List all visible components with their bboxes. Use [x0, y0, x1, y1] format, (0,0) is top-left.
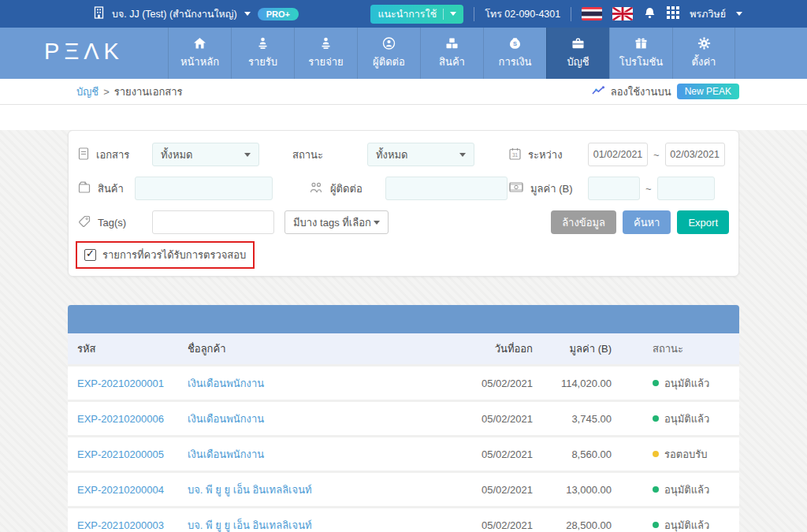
status-text: อนุมัติแล้ว — [664, 482, 709, 498]
date-from-input[interactable] — [588, 143, 648, 166]
banknote-icon — [509, 182, 523, 195]
review-checkbox[interactable] — [84, 249, 96, 261]
nav-tab-accounting[interactable]: บัญชี — [546, 28, 609, 79]
income-icon — [255, 36, 270, 50]
status-text: อนุมัติแล้ว — [664, 517, 709, 532]
contact-input[interactable] — [385, 177, 508, 200]
document-select[interactable]: ทั้งหมด — [152, 143, 259, 166]
guide-button[interactable]: แนะนำการใช้ — [370, 5, 463, 24]
new-peak-badge[interactable]: New PEAK — [677, 84, 739, 99]
filter-row-2: สินค้า ผู้ติดต่อ มูลค่า (B) ~ — [78, 177, 729, 200]
uk-flag-icon[interactable] — [612, 7, 633, 20]
page-title: รายงานเอกสาร — [114, 86, 183, 98]
thai-flag-icon[interactable] — [582, 7, 602, 20]
document-code-link[interactable]: EXP-20210200001 — [77, 378, 164, 389]
peak-logo[interactable]: PΞΛK — [0, 28, 168, 79]
gift-icon — [634, 36, 649, 50]
building-icon — [93, 6, 105, 21]
user-chevron-down-icon[interactable] — [736, 12, 742, 16]
chevron-down-icon — [459, 153, 466, 157]
customer-link[interactable]: เงินเดือนพนักงาน — [188, 378, 264, 389]
contact-filter-label: ผู้ติดต่อ — [330, 180, 363, 197]
chevron-down-icon — [374, 221, 380, 225]
issue-date: 05/02/2021 — [411, 519, 533, 531]
nav-tab-products[interactable]: สินค้า — [420, 28, 483, 79]
main-nav: PΞΛK หน้าหลัก รายรับ รายจ่าย ผู้ติดต่อ ส… — [0, 28, 807, 79]
filter-panel: เอกสาร ทั้งหมด สถานะ ทั้งหมด 31 ระหว่าง — [68, 130, 739, 277]
nav-tab-promotion[interactable]: โปรโมชัน — [609, 28, 672, 79]
col-header-customer: ชื่อลูกค้า — [188, 340, 411, 357]
product-filter-label: สินค้า — [98, 180, 124, 197]
company-chevron-down-icon[interactable] — [244, 12, 251, 16]
table-header-row: รหัส ชื่อลูกค้า วันที่ออก มูลค่า (B) สถา… — [68, 333, 739, 364]
table-row: EXP-20210200004 บจ. พี ยู ยู เอ็น อินเทล… — [68, 471, 739, 506]
apps-grid-icon[interactable] — [667, 6, 679, 21]
document-icon — [78, 147, 89, 162]
divider — [474, 7, 474, 21]
company-name[interactable]: บจ. JJ (Test) (สำนักงานใหญ่) — [112, 6, 237, 22]
contacts-icon — [381, 36, 396, 50]
document-code-link[interactable]: EXP-20210200005 — [77, 448, 164, 460]
search-button[interactable]: ค้นหา — [623, 210, 671, 234]
breadcrumb: บัญชี>รายงานเอกสาร — [76, 84, 183, 100]
accounting-icon — [571, 36, 586, 50]
document-code-link[interactable]: EXP-20210200004 — [77, 484, 164, 496]
table-row: EXP-20210200006 เงินเดือนพนักงาน 05/02/2… — [68, 400, 739, 435]
status-dot — [653, 522, 659, 528]
package-icon — [78, 181, 91, 195]
amount-to-input[interactable] — [657, 177, 715, 200]
product-input[interactable] — [135, 177, 273, 200]
status-dot — [653, 380, 659, 386]
nav-tab-income[interactable]: รายรับ — [231, 28, 294, 79]
username[interactable]: พรภวิษย์ — [690, 6, 726, 22]
chevron-down-icon — [244, 153, 251, 157]
date-to-input[interactable] — [665, 143, 725, 166]
customer-link[interactable]: เงินเดือนพนักงาน — [188, 448, 264, 460]
nav-tab-finance[interactable]: S การเงิน — [483, 28, 546, 79]
svg-text:31: 31 — [512, 152, 519, 158]
table-row: EXP-20210200003 บจ. พี ยู ยู เอ็น อินเทล… — [68, 506, 739, 532]
calendar-icon: 31 — [509, 147, 521, 162]
tags-input[interactable] — [152, 210, 274, 234]
nav-tab-settings[interactable]: ตั้งค่า — [672, 28, 735, 79]
tag-icon — [78, 215, 91, 230]
col-header-code: รหัส — [77, 340, 188, 357]
status-dot — [653, 486, 659, 493]
document-code-link[interactable]: EXP-20210200006 — [77, 413, 164, 425]
pro-badge[interactable]: PRO+ — [258, 8, 299, 20]
filter-row-3: Tag(s) มีบาง tags ที่เลือก ล้างข้อมูล ค้… — [78, 210, 729, 234]
tags-mode-select[interactable]: มีบาง tags ที่เลือก — [284, 210, 389, 234]
breadcrumb-separator: > — [103, 86, 110, 98]
status-select[interactable]: ทั้งหมด — [367, 143, 474, 166]
customer-link[interactable]: บจ. พี ยู ยู เอ็น อินเทลลิเจนท์ — [188, 519, 312, 531]
nav-tab-home[interactable]: หน้าหลัก — [168, 28, 231, 79]
divider — [571, 7, 571, 21]
status-filter-label: สถานะ — [292, 147, 367, 163]
expense-icon — [318, 36, 333, 50]
document-code-link[interactable]: EXP-20210200003 — [77, 519, 164, 531]
trend-icon — [592, 86, 605, 98]
customer-link[interactable]: บจ. พี ยู ยู เอ็น อินเทลลิเจนท์ — [188, 484, 312, 496]
status-text: อนุมัติแล้ว — [664, 411, 709, 427]
nav-tab-contacts[interactable]: ผู้ติดต่อ — [357, 28, 420, 79]
review-checkbox-label: รายการที่ควรได้รับการตรวจสอบ — [102, 247, 246, 263]
customer-link[interactable]: เงินเดือนพนักงาน — [188, 413, 264, 425]
amount-from-input[interactable] — [588, 177, 640, 200]
issue-date: 05/02/2021 — [411, 378, 533, 389]
nav-tab-expense[interactable]: รายจ่าย — [294, 28, 357, 79]
document-filter-label: เอกสาร — [96, 147, 129, 163]
breadcrumb-bar: บัญชี>รายงานเอกสาร ลองใช้งานบน New PEAK — [0, 79, 807, 105]
col-header-date: วันที่ออก — [411, 340, 533, 357]
tags-filter-label: Tag(s) — [98, 217, 126, 229]
breadcrumb-parent-link[interactable]: บัญชี — [76, 86, 99, 98]
document-value: 114,020.00 — [533, 378, 612, 389]
issue-date: 05/02/2021 — [411, 413, 533, 425]
amount-filter-label: มูลค่า (B) — [530, 180, 572, 197]
export-button[interactable]: Export — [677, 210, 729, 234]
people-icon — [309, 182, 323, 195]
between-filter-label: ระหว่าง — [528, 147, 562, 163]
bell-icon[interactable] — [643, 6, 656, 22]
col-header-status: สถานะ — [612, 340, 730, 357]
issue-date: 05/02/2021 — [411, 484, 533, 496]
clear-button[interactable]: ล้างข้อมูล — [551, 210, 616, 234]
